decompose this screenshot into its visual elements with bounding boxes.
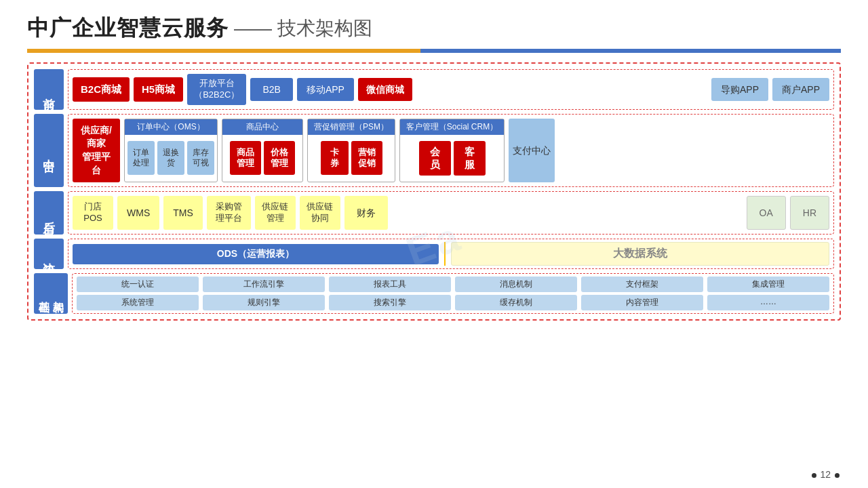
arch-container: 前台 B2C商城 H5商城 开放平台（B2B2C） B2B 移动APP 微信商城… — [27, 62, 841, 321]
oms-block: 订单中心（OMS） 订单处理 退换货 库存可视 — [124, 119, 218, 182]
mid-label: 中台 — [34, 114, 64, 187]
supply-coord-box: 供应链协同 — [300, 196, 340, 230]
workflow-engine: 工作流引擎 — [203, 277, 325, 292]
oms-header: 订单中心（OMS） — [125, 119, 217, 135]
h5-box: H5商城 — [134, 77, 183, 102]
back-row: 后台 门店POS WMS TMS 采购管理平台 供应链管理 供应链协同 财务 O… — [34, 191, 834, 235]
divider-blue — [420, 49, 841, 53]
mobile-app-box: 移动APP — [297, 78, 354, 101]
ods-box: ODS（运营报表） — [73, 244, 439, 264]
crm-block: 客户管理（Social CRM） 会员 客服 — [399, 119, 505, 182]
ellipsis-box: …… — [707, 295, 829, 310]
purchase-box: 采购管理平台 — [207, 196, 251, 230]
foundation-content: 统一认证 工作流引擎 报表工具 消息机制 支付框架 集成管理 系统管理 规则引擎… — [72, 273, 834, 314]
psm-items: 卡券 营销促销 — [308, 135, 395, 182]
mid-content: 供应商/商家管理平台 订单中心（OMS） 订单处理 退换货 库存可视 商品中心 … — [68, 114, 834, 187]
member-box: 会员 — [419, 141, 451, 176]
content-mgmt: 内容管理 — [581, 295, 703, 310]
page: Ea 中广企业智慧云服务 —— 技术架构图 前台 B2C商城 H5商城 开放平台… — [0, 0, 868, 488]
title-separator: —— — [234, 18, 272, 39]
decision-content: ODS（运营报表） 大数据系统 — [68, 239, 834, 269]
decision-row: 决策 ODS（运营报表） 大数据系统 — [34, 239, 834, 269]
page-num-text: 12 — [821, 469, 831, 480]
page-number: 12 — [810, 469, 841, 480]
order-process: 订单处理 — [127, 141, 155, 175]
back-label: 后台 — [34, 191, 64, 235]
message-mechanism: 消息机制 — [455, 277, 577, 292]
payment-framework: 支付框架 — [581, 277, 703, 292]
title-row: 中广企业智慧云服务 —— 技术架构图 — [27, 14, 841, 43]
title-normal: 技术架构图 — [277, 16, 372, 41]
hr-box: HR — [790, 196, 829, 230]
guide-app-box: 导购APP — [711, 78, 768, 101]
dot-right — [835, 473, 840, 478]
mid-row: 中台 供应商/商家管理平台 订单中心（OMS） 订单处理 退换货 库存可视 商品… — [34, 114, 834, 187]
product-mgmt: 商品管理 — [230, 141, 261, 175]
return-goods: 退换货 — [157, 141, 184, 175]
divider — [27, 49, 841, 53]
price-mgmt: 价格管理 — [264, 141, 295, 175]
product-header: 商品中心 — [222, 119, 302, 135]
unified-auth: 统一认证 — [77, 277, 199, 292]
back-content: 门店POS WMS TMS 采购管理平台 供应链管理 供应链协同 财务 OA H… — [68, 191, 834, 235]
front-content: B2C商城 H5商城 开放平台（B2B2C） B2B 移动APP 微信商城 导购… — [68, 69, 834, 110]
b2c-box: B2C商城 — [73, 77, 130, 102]
decision-label: 决策 — [34, 239, 64, 269]
service-box: 客服 — [454, 141, 486, 176]
open-platform-box: 开放平台（B2B2C） — [187, 74, 246, 105]
wechat-shop-box: 微信商城 — [358, 78, 412, 101]
foundation-label: 架构基础 — [34, 273, 68, 314]
foundation-row2: 系统管理 规则引擎 搜索引擎 缓存机制 内容管理 …… — [77, 295, 829, 310]
title-bold: 中广企业智慧云服务 — [27, 14, 229, 43]
foundation-row1: 统一认证 工作流引擎 报表工具 消息机制 支付框架 集成管理 — [77, 277, 829, 292]
rule-engine: 规则引擎 — [203, 295, 325, 310]
supply-chain-box: 供应链管理 — [255, 196, 296, 230]
dot-left — [812, 473, 816, 478]
crm-header: 客户管理（Social CRM） — [400, 119, 504, 135]
integration-mgmt: 集成管理 — [707, 277, 829, 292]
merchant-app-box: 商户APP — [772, 78, 829, 101]
oa-box: OA — [747, 196, 786, 230]
inventory: 库存可视 — [187, 141, 214, 175]
oms-items: 订单处理 退换货 库存可视 — [125, 135, 217, 182]
crm-items: 会员 客服 — [400, 135, 504, 182]
report-tool: 报表工具 — [329, 277, 451, 292]
supplier-box: 供应商/商家管理平台 — [73, 119, 120, 182]
bigdata-box: 大数据系统 — [451, 242, 829, 266]
front-label: 前台 — [34, 69, 64, 110]
b2b-box: B2B — [250, 78, 292, 101]
finance-box: 财务 — [344, 196, 388, 230]
marketing-box: 营销促销 — [351, 141, 382, 175]
wms-box: WMS — [117, 196, 159, 230]
tms-box: TMS — [163, 196, 203, 230]
foundation-row: 架构基础 统一认证 工作流引擎 报表工具 消息机制 支付框架 集成管理 系统管理… — [34, 273, 834, 314]
sys-mgmt: 系统管理 — [77, 295, 199, 310]
front-row: 前台 B2C商城 H5商城 开放平台（B2B2C） B2B 移动APP 微信商城… — [34, 69, 834, 110]
divider-gold — [27, 49, 420, 53]
payment-box: 支付中心 — [509, 119, 555, 182]
psm-header: 营促销管理（PSM） — [308, 119, 395, 135]
cache-mechanism: 缓存机制 — [455, 295, 577, 310]
search-engine: 搜索引擎 — [329, 295, 451, 310]
psm-block: 营促销管理（PSM） 卡券 营销促销 — [307, 119, 395, 182]
decision-sep — [444, 242, 446, 266]
product-block: 商品中心 商品管理 价格管理 — [222, 119, 303, 182]
coupon-box: 卡券 — [321, 141, 349, 175]
pos-box: 门店POS — [73, 196, 113, 230]
product-items: 商品管理 价格管理 — [222, 135, 302, 182]
